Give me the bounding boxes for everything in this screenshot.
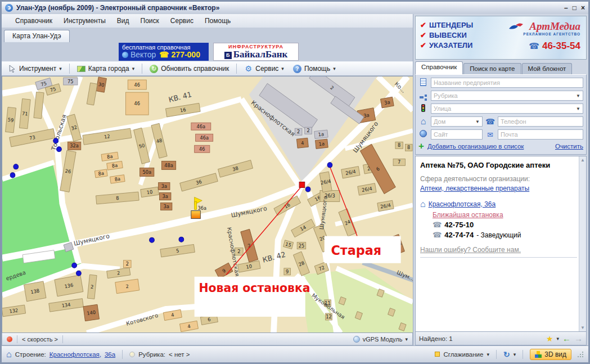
artmedia-ad-banner[interactable]: ✔ШТЕНДЕРЫ ✔ВЫВЕСКИ ✔УКАЗАТЕЛИ АртМедиа Р… [415, 16, 587, 60]
city-map-button[interactable]: Карта города▾ [74, 64, 138, 74]
map-building[interactable]: 4 [296, 138, 308, 148]
svg-text:3а: 3а [163, 194, 168, 199]
map-building[interactable]: 9 [284, 268, 291, 275]
mail-input[interactable] [498, 129, 583, 140]
map-building[interactable]: 48а [161, 161, 175, 169]
map-building[interactable]: 75 [64, 78, 78, 85]
menu-servis[interactable]: Сервис [165, 16, 199, 26]
status-house-link[interactable]: 36а [105, 351, 115, 358]
map-building[interactable]: 8 [405, 144, 412, 151]
bus-stop-marker[interactable] [150, 237, 155, 242]
phone-icon: ☎ [433, 221, 442, 229]
menu-spravochnik[interactable]: Справочник [10, 16, 58, 26]
map-pane[interactable]: 597173757575304646163232а12268а8а8а8а504… [2, 76, 413, 333]
map-building[interactable]: 3а [381, 97, 394, 108]
resize-grip[interactable] [577, 351, 584, 358]
vgps-module-button[interactable]: vGPS Модуль▾ [353, 336, 408, 343]
selected-point-marker[interactable] [299, 182, 305, 187]
favorite-dropdown-icon[interactable]: ▾ [556, 336, 559, 341]
map-building[interactable]: 46 [195, 145, 210, 152]
app-window: Улан-Удэ (ноябрь 2009) - Электронный спр… [0, 0, 590, 364]
map-building[interactable]: 2 [305, 127, 312, 134]
company-name-input[interactable] [431, 78, 583, 88]
forward-arrow-icon[interactable]: → [574, 334, 583, 343]
close-button[interactable]: × [581, 4, 585, 12]
map-canvas[interactable]: 597173757575304646163232а12268а8а8а8а504… [2, 77, 413, 332]
menu-instrumenty[interactable]: Инструменты [58, 16, 111, 26]
tab-map-search[interactable]: Поиск по карте [463, 63, 521, 74]
street-select[interactable]: Улица▼ [431, 104, 583, 114]
menu-pomosch[interactable]: Помощь [199, 16, 236, 26]
speed-button[interactable]: < скорость > [22, 336, 58, 343]
map-building[interactable]: 3а [161, 203, 172, 210]
bus-stop-marker[interactable] [10, 173, 15, 178]
menu-poisk[interactable]: Поиск [135, 16, 165, 26]
maximize-button[interactable]: □ [573, 4, 577, 12]
back-arrow-icon[interactable]: ← [562, 334, 571, 343]
smoothing-dropdown-icon[interactable]: ▾ [487, 352, 489, 357]
map-building[interactable]: 46 [128, 80, 146, 89]
map-building[interactable]: 1а [316, 139, 328, 149]
add-organization-link[interactable]: Добавить организацию в список [427, 143, 524, 150]
refresh-icon[interactable]: ↻ [503, 350, 510, 359]
map-building[interactable]: 46а [191, 123, 211, 130]
scroll-down-icon[interactable]: ▼ [579, 325, 586, 330]
service-button[interactable]: ⚙ Сервис▾ [241, 64, 287, 74]
tab-map-ulan-ude[interactable]: Карта Улан-Удэ [4, 30, 70, 42]
bus-stop-marker[interactable] [305, 187, 310, 192]
bus-stop-marker[interactable] [53, 138, 58, 143]
map-building[interactable]: 8 [395, 142, 403, 149]
favorite-star-icon[interactable]: ★ [546, 334, 553, 343]
phone-input[interactable] [498, 116, 583, 127]
svg-text:2: 2 [307, 128, 309, 133]
update-directory-button[interactable]: ↻ Обновить справочник [146, 64, 232, 74]
selected-building-marker[interactable] [191, 211, 201, 219]
map-building[interactable]: 140 [83, 304, 100, 321]
map-building[interactable]: 138 [24, 281, 46, 302]
bus-stop-marker[interactable] [327, 163, 332, 168]
site-input[interactable] [431, 129, 483, 140]
checkmark-icon: ✔ [420, 41, 426, 50]
status-street-link[interactable]: Краснофлотская, [49, 351, 101, 358]
map-building[interactable]: 46а [196, 134, 213, 141]
map-building[interactable]: 7 [393, 159, 405, 165]
address-link[interactable]: Краснофлотская, 36а [429, 200, 496, 208]
bus-stop-marker[interactable] [72, 263, 77, 268]
baikalbank-banner[interactable]: ИНФРАСТРУКТУРА ББайкалБанк [213, 43, 299, 61]
bus-stop-marker[interactable] [76, 271, 82, 276]
minimize-button[interactable]: – [564, 4, 568, 12]
scroll-up-icon[interactable]: ▲ [579, 156, 586, 163]
map-building[interactable]: 32а [67, 142, 80, 150]
menu-vid[interactable]: Вид [111, 16, 135, 26]
svg-text:32а: 32а [70, 143, 79, 149]
map-building[interactable]: 46 [125, 92, 148, 115]
map-building[interactable]: 2 [124, 260, 132, 268]
report-error-link[interactable]: Нашли ошибку? Сообщите нам. [420, 246, 521, 254]
refresh-dropdown-icon[interactable]: ▾ [514, 352, 516, 357]
bus-stop-marker[interactable] [57, 147, 62, 152]
map-building[interactable]: 3а [160, 192, 171, 200]
results-scrollbar[interactable]: ▲ ▼ [579, 156, 586, 331]
help-button[interactable]: ? Помощь▾ [290, 64, 339, 74]
tool-button[interactable]: Инструмент▾ [5, 64, 65, 74]
map-building[interactable]: 1а [314, 130, 328, 138]
smoothing-button[interactable]: Сглаживание [443, 351, 483, 358]
tab-directory[interactable]: Справочник [415, 61, 463, 74]
map-building[interactable]: 3а [159, 182, 170, 190]
view-3d-button[interactable]: 3D вид [530, 349, 571, 360]
vektor-banner[interactable]: бесплатная справочная Вектор ☎ 277-000 [119, 43, 209, 61]
map-building[interactable]: 8а [94, 169, 107, 178]
sphere-link[interactable]: Аптеки, лекарственные препараты [420, 185, 529, 192]
map-building[interactable]: 12 [326, 313, 332, 320]
map-building[interactable]: 25 [297, 242, 306, 249]
nearest-stop-link[interactable]: Ближайшая остановка [433, 211, 503, 219]
bus-stop-marker[interactable] [179, 237, 184, 242]
map-building[interactable]: 50а [140, 168, 154, 176]
clear-link[interactable]: Очистить [555, 143, 583, 150]
bus-stop-marker[interactable] [13, 164, 19, 169]
map-annotation-text: Новая остановка [199, 281, 310, 295]
rubric-select[interactable]: Рубрика▼ [431, 91, 583, 101]
tab-notebook[interactable]: Мой блокнот [522, 63, 573, 74]
house-select[interactable]: Дом▼ [431, 116, 483, 127]
traffic-light-icon [418, 104, 428, 114]
